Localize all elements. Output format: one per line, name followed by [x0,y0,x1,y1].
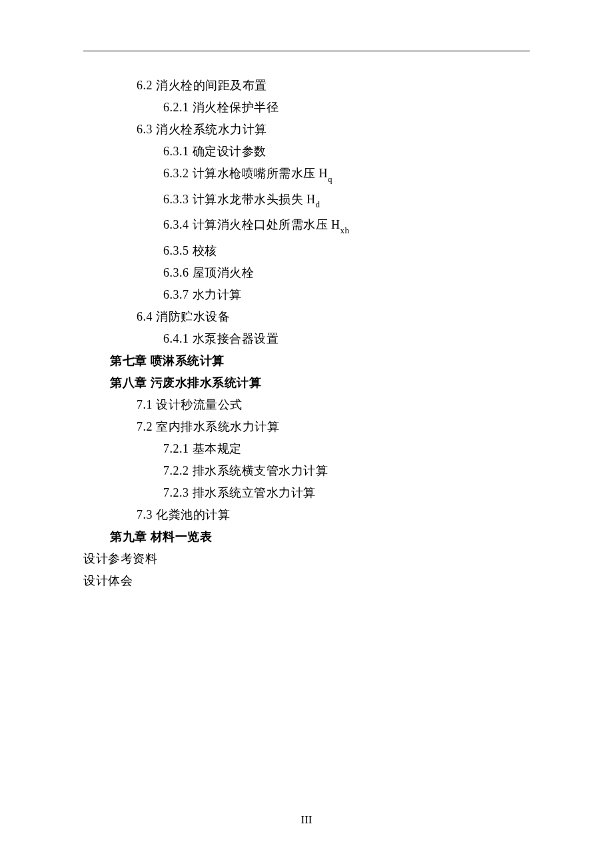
toc-title: 计算消火栓口处所需水压 H [193,218,340,231]
toc-title: 计算水枪喷嘴所需水压 H [193,167,328,180]
toc-title: 排水系统横支管水力计算 [193,464,328,477]
toc-chapter: 第七章 喷淋系统计算 [83,350,530,372]
toc-num: 7.2.1 [163,442,189,455]
toc-num: 6.2.1 [163,101,189,114]
toc-title: 消火栓的间距及布置 [156,79,267,92]
toc-num: 6.3.3 [163,193,189,206]
toc-entry: 6.2 消火栓的间距及布置 [83,75,530,97]
toc-entry: 设计参考资料 [83,548,530,570]
toc-num: 6.3.7 [163,288,189,301]
toc-num: 6.3.6 [163,266,189,279]
toc-title: 校核 [193,244,217,257]
toc-title: 基本规定 [193,442,242,455]
toc-entry: 6.3.6 屋顶消火栓 [83,262,530,284]
toc-entry: 6.3.4 计算消火栓口处所需水压 Hxh [83,214,530,240]
toc-entry: 设计体会 [83,570,530,592]
toc-num: 6.3 [137,123,153,136]
toc-entry: 6.4.1 水泵接合器设置 [83,328,530,350]
toc-num: 7.3 [137,508,153,521]
toc-title: 化粪池的计算 [156,508,230,521]
toc-entry: 6.3.7 水力计算 [83,284,530,306]
page-number: III [0,813,613,827]
toc-num: 6.3.4 [163,218,189,231]
toc-entry: 7.2 室内排水系统水力计算 [83,416,530,438]
toc-chapter: 第八章 污废水排水系统计算 [83,372,530,394]
toc-title: 排水系统立管水力计算 [193,486,316,499]
toc-entry: 6.3.5 校核 [83,240,530,262]
toc-num: 6.4 [137,310,153,323]
toc-num: 6.2 [137,79,153,92]
toc-title: 设计秒流量公式 [156,398,243,411]
toc-title: 确定设计参数 [193,145,267,158]
toc-num: 6.3.2 [163,167,189,180]
toc-entry: 7.2.1 基本规定 [83,438,530,460]
toc-subscript: q [328,174,332,184]
toc-entry: 6.3.2 计算水枪喷嘴所需水压 Hq [83,163,530,189]
toc-title: 消火栓保护半径 [193,101,279,114]
toc-subscript: xh [340,225,350,235]
toc-subscript: d [316,199,320,209]
toc-title: 室内排水系统水力计算 [156,420,279,433]
toc-title: 水力计算 [193,288,242,301]
toc-entry: 7.2.3 排水系统立管水力计算 [83,482,530,504]
toc-num: 7.2.3 [163,486,189,499]
toc-entry: 6.3.1 确定设计参数 [83,141,530,163]
toc-num: 7.2.2 [163,464,189,477]
toc-title: 第八章 污废水排水系统计算 [110,376,261,389]
toc-title: 第七章 喷淋系统计算 [110,354,225,367]
toc-title: 消火栓系统水力计算 [156,123,267,136]
toc-title: 水泵接合器设置 [193,332,279,345]
toc-entry: 7.1 设计秒流量公式 [83,394,530,416]
toc-title: 消防贮水设备 [156,310,230,323]
toc-entry: 6.3.3 计算水龙带水头损失 Hd [83,189,530,215]
toc-content: 6.2 消火栓的间距及布置 6.2.1 消火栓保护半径 6.3 消火栓系统水力计… [83,75,530,592]
toc-entry: 6.2.1 消火栓保护半径 [83,97,530,119]
toc-title: 设计体会 [83,574,133,587]
toc-entry: 6.4 消防贮水设备 [83,306,530,328]
toc-title: 屋顶消火栓 [193,266,255,279]
toc-chapter: 第九章 材料一览表 [83,526,530,548]
toc-entry: 6.3 消火栓系统水力计算 [83,119,530,141]
toc-num: 7.1 [137,398,153,411]
toc-title: 第九章 材料一览表 [110,530,212,543]
toc-num: 6.3.1 [163,145,189,158]
toc-num: 7.2 [137,420,153,433]
toc-title: 设计参考资料 [83,552,157,565]
toc-num: 6.4.1 [163,332,189,345]
toc-title: 计算水龙带水头损失 H [193,193,316,206]
header-rule [83,51,530,51]
toc-entry: 7.3 化粪池的计算 [83,504,530,526]
toc-entry: 7.2.2 排水系统横支管水力计算 [83,460,530,482]
toc-num: 6.3.5 [163,244,189,257]
